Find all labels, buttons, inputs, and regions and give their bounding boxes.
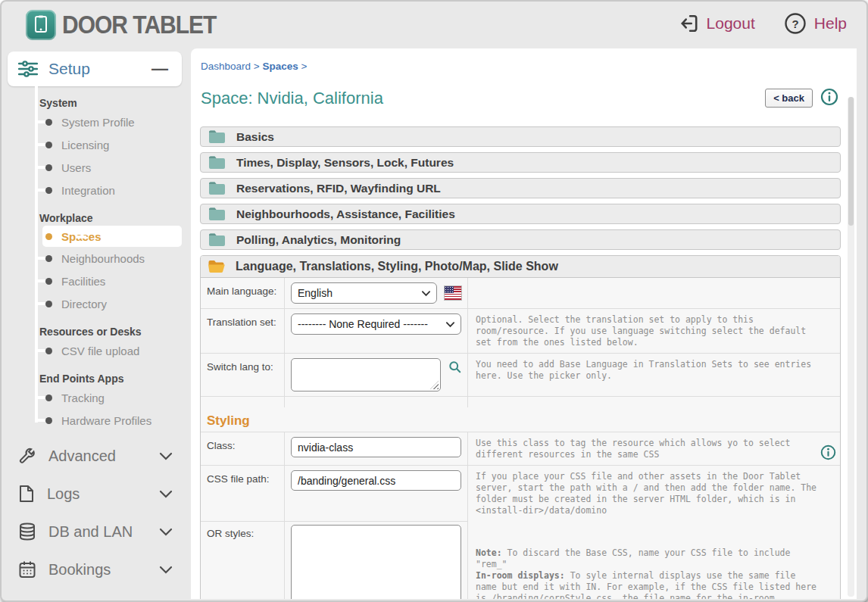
- sidebar-item-neighbourhoods[interactable]: Neighbourhoods: [2, 247, 191, 270]
- accordion-language-open[interactable]: Language, Translations, Styling, Photo/M…: [201, 256, 840, 278]
- styling-heading: Styling: [201, 407, 285, 432]
- row-spacer: [201, 397, 840, 407]
- translation-set-label: Translation set:: [201, 309, 285, 354]
- group-header-system: System: [39, 97, 191, 109]
- translation-set-help: Optional. Select the translation set to …: [468, 309, 840, 354]
- sidebar-section-advanced[interactable]: Advanced: [2, 437, 191, 475]
- css-file-path-help: If you place your CSS file and other ass…: [468, 465, 840, 521]
- logout-icon: [679, 14, 699, 33]
- group-header-endpoints: End Points Apps: [39, 373, 191, 385]
- chevron-down-icon: [159, 452, 173, 460]
- folder-icon: [208, 181, 226, 195]
- info-icon[interactable]: [820, 88, 838, 106]
- wrench-icon: [18, 447, 36, 465]
- sliders-icon: [18, 60, 38, 78]
- row-css-file-path: CSS file path: If you place your CSS fil…: [201, 465, 840, 521]
- translation-set-select[interactable]: -------- None Required -------: [291, 313, 461, 335]
- accordion-reservations[interactable]: Reservations, RFID, Wayfinding URL: [200, 178, 841, 198]
- database-icon: [18, 522, 36, 541]
- setup-label: Setup: [48, 60, 141, 78]
- scrollbar[interactable]: [848, 97, 854, 597]
- or-styles-input[interactable]: [291, 525, 461, 599]
- bullet-icon: [45, 255, 52, 262]
- row-styling-heading: Styling: [201, 407, 840, 432]
- main-panel: Dashboard > Spaces > Space: Nvidia, Cali…: [191, 48, 857, 599]
- group-header-workplace: Workplace: [39, 212, 191, 224]
- chevron-down-icon: [159, 566, 173, 574]
- switch-lang-textarea[interactable]: [292, 359, 440, 391]
- sidebar-item-integration[interactable]: Integration: [2, 179, 191, 201]
- sidebar-section-setup[interactable]: Setup —: [8, 51, 182, 86]
- bullet-icon: [45, 348, 52, 354]
- brand-title: DOOR TABLET: [62, 11, 216, 39]
- document-icon: [18, 485, 35, 503]
- group-header-resources: Resources or Desks: [39, 326, 191, 338]
- chevron-down-icon: [421, 289, 431, 298]
- sidebar-item-spaces[interactable]: Spaces: [42, 226, 182, 247]
- css-file-path-input[interactable]: [291, 470, 461, 491]
- switch-lang-input[interactable]: [291, 358, 441, 391]
- scrollbar-thumb[interactable]: [848, 97, 854, 226]
- css-file-path-label: CSS file path:: [201, 465, 285, 521]
- sidebar-item-csv-file-upload[interactable]: CSV file upload: [2, 339, 191, 362]
- door-tablet-logo-icon: [26, 10, 56, 40]
- setup-tree: System System Profile Licensing Users In…: [2, 86, 191, 432]
- brand: DOOR TABLET: [26, 10, 216, 40]
- accordion-neighbourhoods[interactable]: Neighbourhoods, Assistance, Facilities: [200, 204, 841, 224]
- help-button[interactable]: ? Help: [784, 12, 847, 35]
- or-styles-label: OR styles:: [201, 521, 285, 599]
- chevron-down-icon: [159, 528, 173, 536]
- sidebar-item-hardware-profiles[interactable]: Hardware Profiles: [2, 409, 191, 432]
- info-icon[interactable]: [820, 444, 836, 460]
- bullet-icon: [45, 142, 52, 148]
- logout-label: Logout: [707, 14, 755, 33]
- sidebar-item-system-profile[interactable]: System Profile: [2, 111, 191, 133]
- main-language-select[interactable]: English: [291, 282, 437, 304]
- folder-icon: [208, 129, 226, 144]
- svg-text:?: ?: [792, 17, 798, 30]
- bullet-icon: [45, 278, 52, 285]
- sidebar-section-db-and-lan[interactable]: DB and LAN: [2, 513, 191, 551]
- row-class: Class: Use this class to tag the resourc…: [201, 432, 840, 465]
- accordion-times-display[interactable]: Times, Display, Sensors, Lock, Futures: [200, 152, 841, 173]
- bullet-icon: [45, 164, 52, 171]
- help-label: Help: [814, 14, 847, 33]
- back-button[interactable]: < back: [765, 89, 813, 108]
- sidebar-section-bookings[interactable]: Bookings: [2, 551, 191, 588]
- breadcrumb-spaces[interactable]: Spaces: [262, 61, 298, 72]
- calendar-icon: [18, 560, 36, 579]
- folder-open-icon: [208, 259, 226, 274]
- css-note-help: Note: To discard the Base CSS, name your…: [476, 547, 820, 599]
- folder-icon: [208, 207, 226, 221]
- row-translation-set: Translation set: -------- None Required …: [201, 309, 840, 354]
- logout-button[interactable]: Logout: [679, 14, 755, 33]
- class-input[interactable]: [291, 437, 461, 457]
- sidebar-section-logs[interactable]: Logs: [2, 475, 191, 513]
- bullet-icon: [45, 301, 52, 307]
- main-language-label: Main language:: [201, 278, 285, 309]
- bullet-icon: [45, 187, 52, 194]
- sidebar-item-tracking[interactable]: Tracking: [2, 386, 191, 409]
- collapse-icon[interactable]: —: [151, 59, 171, 79]
- chevron-down-icon: [445, 320, 455, 329]
- folder-icon: [208, 155, 226, 170]
- bullet-icon: [45, 417, 52, 424]
- accordion-basics[interactable]: Basics: [200, 126, 841, 147]
- class-label: Class:: [201, 432, 285, 465]
- class-help: Use this class to tag the resource which…: [476, 438, 790, 460]
- sidebar-item-users[interactable]: Users: [2, 156, 191, 179]
- bullet-icon: [45, 119, 52, 126]
- row-switch-lang: Switch lang to: You need to add Base Lan…: [201, 354, 840, 397]
- accordion-polling[interactable]: Polling, Analytics, Monitoring: [200, 229, 841, 250]
- switch-lang-help: You need to add Base Language in Transla…: [468, 354, 840, 397]
- row-or-styles: OR styles: Note: To discard the Base CSS…: [201, 521, 840, 599]
- breadcrumb: Dashboard > Spaces >: [201, 61, 307, 72]
- sidebar: Setup — System System Profile Licensing …: [2, 48, 191, 600]
- sidebar-item-facilities[interactable]: Facilities: [2, 270, 191, 292]
- sidebar-item-licensing[interactable]: Licensing: [2, 133, 191, 156]
- sidebar-item-directory[interactable]: Directory: [2, 292, 191, 315]
- breadcrumb-dashboard[interactable]: Dashboard: [201, 61, 251, 72]
- search-icon[interactable]: [448, 360, 461, 374]
- or-styles-textarea[interactable]: [292, 526, 461, 599]
- language-styling-section: Language, Translations, Styling, Photo/M…: [200, 255, 841, 599]
